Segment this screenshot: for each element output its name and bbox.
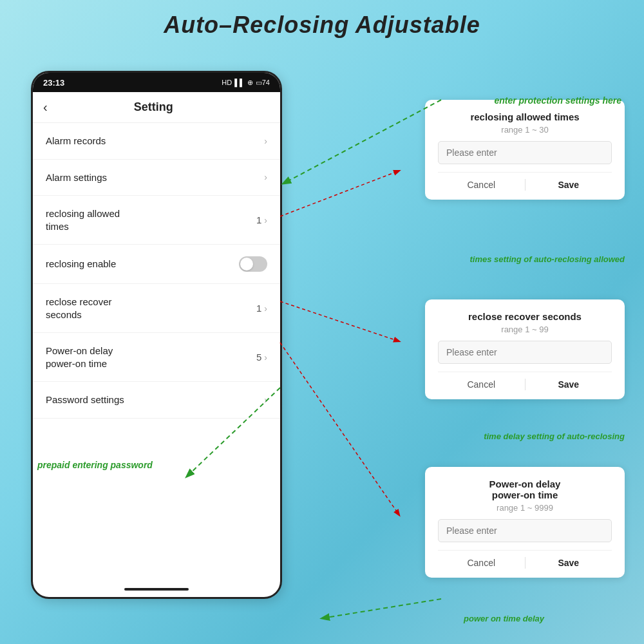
dialog-3-range: range 1 ~ 9999: [438, 503, 612, 513]
reclosing-times-value: 1: [256, 214, 261, 225]
alarm-settings-arrow: ›: [264, 172, 267, 182]
battery-icon: ▭74: [256, 79, 270, 87]
dialog-reclosing-times: reclosing allowed times range 1 ~ 30 Can…: [425, 100, 625, 200]
setting-item-recover-seconds[interactable]: reclose recoverseconds 1 ›: [33, 284, 280, 333]
dialog-3-title: Power-on delay power-on time: [438, 478, 612, 500]
reclosing-times-arrow: ›: [264, 215, 267, 225]
alarm-records-label: Alarm records: [46, 135, 264, 147]
setting-item-alarm-records[interactable]: Alarm records ›: [33, 123, 280, 160]
wifi-icon: ⊕: [247, 79, 253, 87]
recover-seconds-arrow: ›: [264, 303, 267, 314]
home-indicator: [124, 588, 189, 591]
signal-icon: ▌▌: [234, 79, 245, 86]
dialog-1-range: range 1 ~ 30: [438, 125, 612, 135]
svg-line-5: [322, 599, 441, 618]
reclosing-enable-label: reclosing enable: [46, 258, 239, 270]
recover-seconds-value: 1: [256, 303, 261, 314]
setting-list: Alarm records › Alarm settings › reclosi…: [33, 123, 280, 419]
dialog-3-buttons: Cancel Save: [438, 550, 612, 569]
page-title: Auto–Reclosing Adjustable: [0, 0, 644, 46]
status-bar: 23:13 HD ▌▌ ⊕ ▭74: [33, 73, 280, 92]
annotation-timedelay: time delay setting of auto-reclosing: [484, 431, 625, 441]
hd-icon: HD: [222, 79, 232, 86]
toggle-knob: [240, 258, 253, 270]
screen-title: Setting: [58, 100, 249, 114]
dialog-3-input[interactable]: [438, 519, 612, 542]
password-arrow: ›: [264, 395, 267, 405]
dialog-2-buttons: Cancel Save: [438, 372, 612, 390]
app-header: ‹ Setting: [33, 92, 280, 123]
setting-item-reclosing-enable[interactable]: reclosing enable: [33, 245, 280, 284]
dialog-1-input[interactable]: [438, 141, 612, 164]
annotation-powerontime: power on time delay: [464, 614, 544, 623]
poweron-delay-arrow: ›: [264, 352, 267, 363]
dialog-1-save[interactable]: Save: [526, 180, 612, 190]
dialog-2-range: range 1 ~ 99: [438, 325, 612, 334]
dialog-3-cancel[interactable]: Cancel: [438, 558, 525, 568]
poweron-delay-label: Power-on delaypower-on time: [46, 345, 256, 370]
dialog-1-cancel[interactable]: Cancel: [438, 180, 525, 190]
dialog-recover-seconds: reclose recover seconds range 1 ~ 99 Can…: [425, 299, 625, 399]
setting-item-password[interactable]: Password settings ›: [33, 382, 280, 419]
status-icons: HD ▌▌ ⊕ ▭74: [222, 79, 270, 87]
dialog-1-title: reclosing allowed times: [438, 111, 612, 122]
phone-mockup: 23:13 HD ▌▌ ⊕ ▭74 ‹ Setting Alarm record…: [31, 71, 282, 599]
setting-item-alarm-settings[interactable]: Alarm settings ›: [33, 160, 280, 196]
setting-item-poweron-delay[interactable]: Power-on delaypower-on time 5 ›: [33, 333, 280, 382]
dialog-1-buttons: Cancel Save: [438, 172, 612, 191]
annotation-times: times setting of auto-reclosing allowed: [469, 254, 625, 264]
password-label: Password settings: [46, 393, 264, 406]
reclosing-enable-toggle[interactable]: [239, 256, 267, 272]
svg-line-0: [283, 100, 441, 184]
svg-line-3: [280, 343, 399, 515]
recover-seconds-label: reclose recoverseconds: [46, 296, 256, 321]
annotation-password: prepaid entering password: [37, 460, 153, 470]
alarm-records-arrow: ›: [264, 136, 267, 146]
annotation-protection: enter protection settings here: [494, 95, 621, 106]
back-button[interactable]: ‹: [43, 100, 48, 115]
dialog-poweron-delay: Power-on delay power-on time range 1 ~ 9…: [425, 467, 625, 578]
svg-line-1: [280, 171, 399, 216]
dialog-2-input[interactable]: [438, 341, 612, 364]
status-time: 23:13: [43, 78, 64, 88]
svg-line-2: [280, 301, 399, 341]
reclosing-times-label: reclosing allowedtimes: [46, 207, 256, 232]
dialog-3-save[interactable]: Save: [526, 558, 612, 568]
dialog-2-cancel[interactable]: Cancel: [438, 379, 525, 390]
alarm-settings-label: Alarm settings: [46, 171, 264, 184]
dialog-2-save[interactable]: Save: [526, 379, 612, 390]
dialog-2-title: reclose recover seconds: [438, 311, 612, 322]
setting-item-reclosing-times[interactable]: reclosing allowedtimes 1 ›: [33, 196, 280, 245]
poweron-delay-value: 5: [256, 352, 261, 363]
